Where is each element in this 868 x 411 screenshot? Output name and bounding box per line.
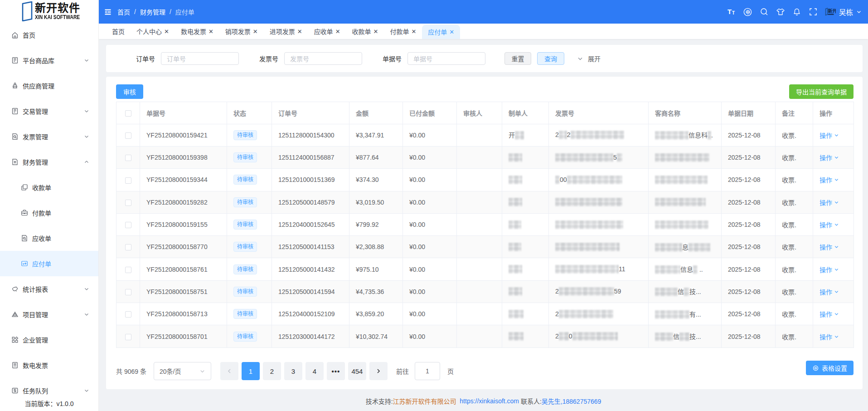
- svg-text:T: T: [732, 10, 735, 15]
- svg-text:中: 中: [746, 9, 750, 15]
- svg-text:T: T: [727, 8, 732, 15]
- svg-text:新开: 新开: [828, 8, 836, 14]
